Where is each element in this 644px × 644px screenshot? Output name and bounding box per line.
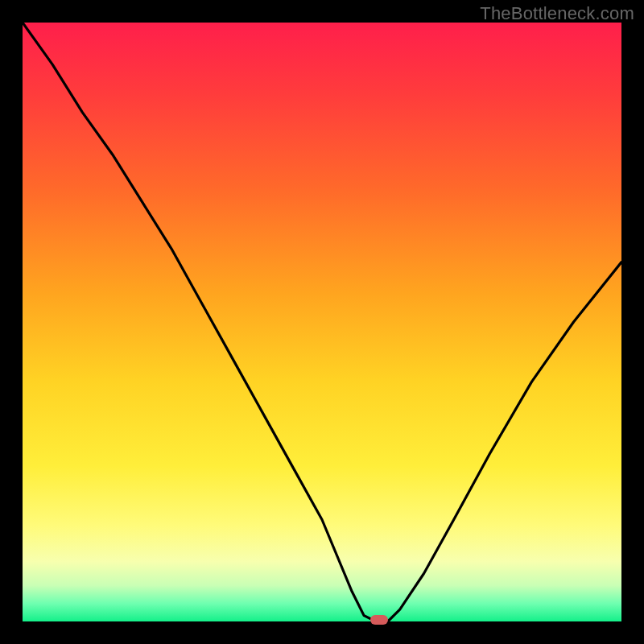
bottleneck-curve-path: [23, 23, 621, 621]
watermark-text: TheBottleneck.com: [480, 3, 634, 24]
minimum-marker: [370, 615, 388, 625]
chart-container: TheBottleneck.com: [0, 0, 644, 644]
bottleneck-curve-svg: [23, 23, 621, 621]
